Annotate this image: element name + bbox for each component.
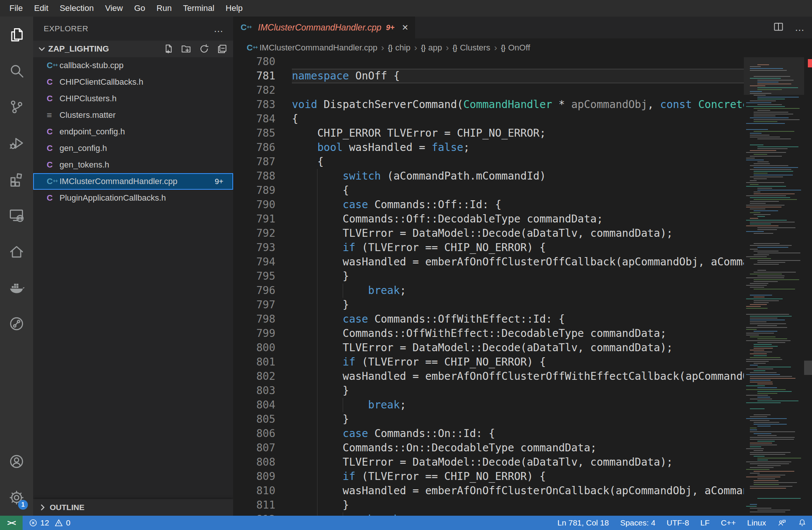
outline-section-header[interactable]: OUTLINE (33, 499, 233, 516)
activity-remote-explorer-icon[interactable] (0, 197, 33, 233)
code-line-800[interactable]: 800TLVError = DataModel::Decode(aDataTlv… (233, 341, 744, 355)
line-number: 783 (233, 97, 275, 112)
tree-item-callback-stub.cpp[interactable]: C++callback-stub.cpp (33, 57, 233, 74)
line-number: 810 (233, 484, 275, 498)
close-icon[interactable]: × (402, 22, 408, 33)
code-line-799[interactable]: 799Commands::OffWithEffect::DecodableTyp… (233, 326, 744, 341)
code-line-792[interactable]: 792TLVError = DataModel::Decode(aDataTlv… (233, 226, 744, 241)
cursor-position[interactable]: Ln 781, Col 18 (557, 518, 609, 527)
code-line-790[interactable]: 790case Commands::Off::Id: { (233, 198, 744, 212)
code-line-803[interactable]: 803} (233, 384, 744, 398)
code-line-787[interactable]: 787{ (233, 155, 744, 169)
code-line-808[interactable]: 808TLVError = DataModel::Decode(aDataTlv… (233, 455, 744, 469)
problems-status[interactable]: 12 0 (29, 518, 70, 527)
code-line-795[interactable]: 795} (233, 269, 744, 283)
notifications-bell-icon[interactable] (798, 518, 807, 527)
menu-view[interactable]: View (99, 0, 128, 17)
code-line-793[interactable]: 793if (TLVError == CHIP_NO_ERROR) { (233, 241, 744, 255)
line-number: 805 (233, 412, 275, 426)
code-line-807[interactable]: 807Commands::On::DecodableType commandDa… (233, 441, 744, 455)
menu-terminal[interactable]: Terminal (177, 0, 220, 17)
more-actions-icon[interactable]: … (795, 26, 805, 29)
eol-sequence[interactable]: LF (701, 518, 710, 527)
code-line-809[interactable]: 809if (TLVError == CHIP_NO_ERROR) { (233, 469, 744, 484)
code-line-781[interactable]: 781namespace OnOff { (233, 69, 744, 83)
code-text: wasHandled = emberAfOnOffClusterOffWithE… (292, 369, 744, 384)
tree-item-gen_tokens.h[interactable]: Cgen_tokens.h (33, 157, 233, 173)
tree-item-Clusters.matter[interactable]: ≡Clusters.matter (33, 107, 233, 123)
folder-section-header[interactable]: ZAP_LIGHTING (33, 41, 233, 57)
new-file-icon[interactable] (162, 43, 174, 55)
tree-item-PluginApplicationCallbacks.h[interactable]: CPluginApplicationCallbacks.h (33, 190, 233, 206)
tab-imclustercommandhandler[interactable]: C++ IMClusterCommandHandler.cpp 9+ × (233, 17, 415, 38)
more-actions-icon[interactable]: … (214, 27, 224, 30)
code-line-785[interactable]: 785CHIP_ERROR TLVError = CHIP_NO_ERROR; (233, 126, 744, 140)
activity-settings-icon[interactable]: 1 (0, 480, 33, 516)
breadcrumb-item-clusters[interactable]: Clusters (460, 43, 490, 53)
activity-extensions-icon[interactable] (0, 161, 33, 197)
tree-item-CHIPClientCallbacks.h[interactable]: CCHIPClientCallbacks.h (33, 74, 233, 90)
scrollbar-thumb[interactable] (804, 361, 812, 375)
menu-edit[interactable]: Edit (28, 0, 54, 17)
breadcrumb-item-imclustercommandhandler-cpp[interactable]: IMClusterCommandHandler.cpp (259, 43, 377, 53)
warning-icon (54, 518, 63, 527)
code-line-802[interactable]: 802wasHandled = emberAfOnOffClusterOffWi… (233, 369, 744, 384)
indentation[interactable]: Spaces: 4 (620, 518, 655, 527)
encoding[interactable]: UTF-8 (667, 518, 689, 527)
code-line-780[interactable]: 780 (233, 57, 744, 69)
code-line-804[interactable]: 804break; (233, 398, 744, 412)
code-line-784[interactable]: 784{ (233, 112, 744, 126)
new-folder-icon[interactable] (180, 43, 192, 55)
minimap[interactable] (744, 57, 804, 516)
code-line-782[interactable]: 782 (233, 83, 744, 97)
code-line-797[interactable]: 797} (233, 298, 744, 312)
menu-go[interactable]: Go (128, 0, 151, 17)
collapse-all-icon[interactable] (217, 43, 228, 55)
file-label: CHIPClusters.h (60, 94, 117, 104)
activity-home-icon[interactable] (0, 233, 33, 270)
activity-source-control-icon[interactable] (0, 89, 33, 125)
code-line-783[interactable]: 783void DispatchServerCommand(CommandHan… (233, 97, 744, 112)
remote-indicator[interactable]: >< (0, 516, 23, 530)
tree-item-CHIPClusters.h[interactable]: CCHIPClusters.h (33, 90, 233, 107)
code-line-811[interactable]: 811} (233, 498, 744, 512)
code-line-796[interactable]: 796break; (233, 283, 744, 298)
breadcrumb-item-chip[interactable]: chip (395, 43, 410, 53)
feedback-icon[interactable] (777, 518, 786, 527)
tree-item-endpoint_config.h[interactable]: Cendpoint_config.h (33, 123, 233, 140)
code-line-810[interactable]: 810wasHandled = emberAfOnOffClusterOnCal… (233, 484, 744, 498)
code-editor[interactable]: 780781namespace OnOff {782783void Dispat… (233, 57, 744, 516)
breadcrumb-item-onoff[interactable]: OnOff (508, 43, 530, 53)
code-line-806[interactable]: 806case Commands::On::Id: { (233, 426, 744, 441)
menu-help[interactable]: Help (220, 0, 248, 17)
tree-item-IMClusterCommandHandler.cpp[interactable]: C++IMClusterCommandHandler.cpp9+ (33, 173, 233, 190)
breadcrumb-item-app[interactable]: app (428, 43, 442, 53)
code-line-791[interactable]: 791Commands::Off::DecodableType commandD… (233, 212, 744, 226)
code-line-798[interactable]: 798case Commands::OffWithEffect::Id: { (233, 312, 744, 326)
activity-docker-icon[interactable] (0, 270, 33, 306)
remote-os[interactable]: Linux (747, 518, 766, 527)
split-editor-icon[interactable] (773, 21, 784, 34)
activity-account-icon[interactable] (0, 443, 33, 480)
activity-explorer-icon[interactable] (0, 17, 33, 53)
menu-run[interactable]: Run (151, 0, 177, 17)
code-line-789[interactable]: 789{ (233, 183, 744, 198)
code-line-801[interactable]: 801if (TLVError == CHIP_NO_ERROR) { (233, 355, 744, 369)
activity-git-graph-icon[interactable] (0, 306, 33, 342)
refresh-icon[interactable] (198, 43, 210, 55)
overview-ruler[interactable] (804, 57, 812, 516)
line-number: 804 (233, 398, 275, 412)
tree-item-gen_config.h[interactable]: Cgen_config.h (33, 140, 233, 157)
code-line-788[interactable]: 788switch (aCommandPath.mCommandId) (233, 169, 744, 183)
code-line-786[interactable]: 786bool wasHandled = false; (233, 140, 744, 155)
activity-run-debug-icon[interactable] (0, 125, 33, 161)
code-line-794[interactable]: 794wasHandled = emberAfOnOffClusterOffCa… (233, 255, 744, 269)
activity-search-icon[interactable] (0, 53, 33, 89)
status-bar: >< 12 0 Ln 781, Col 18 Spaces: 4 UTF-8 L… (0, 516, 812, 530)
menu-selection[interactable]: Selection (54, 0, 99, 17)
menu-file[interactable]: File (4, 0, 28, 17)
code-line-812[interactable]: 812break; (233, 512, 744, 516)
language-mode[interactable]: C++ (721, 518, 736, 527)
code-line-805[interactable]: 805} (233, 412, 744, 426)
remote-icon: >< (7, 518, 15, 527)
